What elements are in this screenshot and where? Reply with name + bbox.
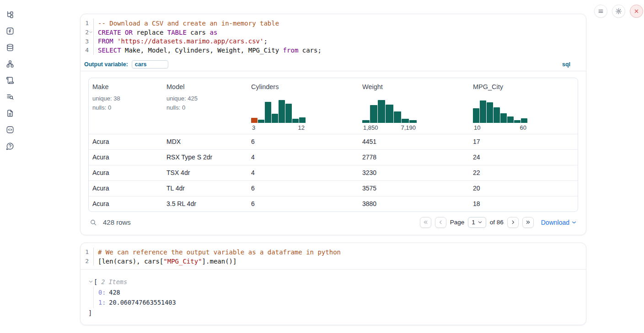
table-footer: 428 rows Page 1 of 86 Download (88, 212, 578, 233)
download-label: Download (541, 219, 569, 226)
chevron-down-icon (571, 220, 577, 225)
code-text: -- Download a CSV and create an in-memor… (98, 20, 279, 27)
column-title: Cylinders (251, 83, 355, 90)
panel-logs[interactable] (6, 93, 14, 101)
output-variable-input[interactable] (132, 60, 168, 69)
panel-datasources[interactable] (6, 43, 14, 52)
cylinders-histogram[interactable]: 312 (251, 99, 355, 131)
code-line: 3FROM 'https://datasets.marimo.app/cars.… (80, 37, 586, 46)
help-circle-icon (6, 142, 14, 150)
code-box-icon (6, 126, 14, 134)
column-header-make[interactable]: Makeunique: 38nulls: 0 (89, 78, 163, 134)
table-header: Makeunique: 38nulls: 0Modelunique: 425nu… (89, 78, 578, 134)
column-header-cylinders[interactable]: Cylinders312 (247, 78, 359, 134)
histogram-bar (279, 100, 285, 123)
column-title: MPG_City (473, 83, 574, 90)
scroll-icon (6, 76, 14, 85)
table-cell: 18 (469, 196, 578, 211)
table-cell: Acura (89, 134, 163, 149)
histogram-bar (487, 102, 493, 123)
table-row[interactable]: AcuraTSX 4dr4323022 (89, 165, 578, 180)
column-header-model[interactable]: Modelunique: 425nulls: 0 (163, 78, 247, 134)
collapse-chevron-icon[interactable] (88, 279, 93, 284)
search-icon[interactable] (90, 219, 97, 226)
download-button[interactable]: Download (541, 219, 577, 226)
code-line: 2CREATE OR replace TABLE cars as (80, 28, 586, 37)
panel-variables[interactable] (6, 27, 14, 35)
panel-snippets[interactable] (6, 126, 14, 134)
histogram-bar (394, 111, 401, 123)
tree-open-bracket: [ (94, 278, 97, 285)
sql-editor[interactable]: 1-- Download a CSV and create an in-memo… (80, 14, 586, 58)
table-cell: 20 (469, 181, 578, 196)
tree-entries: 0:4281:20.060747663551403 (93, 286, 578, 308)
first-page-button[interactable] (420, 217, 431, 228)
function-icon (6, 27, 14, 35)
table-row[interactable]: AcuraRSX Type S 2dr4277824 (89, 149, 578, 165)
table-cell: 3.5 RL 4dr (163, 196, 247, 211)
database-icon (6, 43, 14, 52)
tree-entry: 1:20.060747663551403 (98, 297, 578, 307)
page-total-label: of 86 (490, 219, 504, 226)
weight-histogram[interactable]: 1,8507,190 (362, 99, 466, 131)
code-text: FROM 'https://datasets.marimo.app/cars.c… (98, 37, 268, 45)
file-tree-icon (6, 11, 14, 19)
histogram-bar (370, 105, 377, 123)
code-line: 1# We can reference the output variable … (80, 248, 586, 257)
table-cell: 22 (469, 165, 578, 180)
tree-entry-value: 428 (109, 289, 120, 296)
panel-help[interactable] (6, 142, 14, 150)
histogram-bar (521, 118, 527, 123)
table-cell: 4 (247, 150, 359, 165)
settings-button[interactable] (612, 5, 625, 18)
table-cell: TSX 4dr (163, 165, 247, 180)
code-text: # We can reference the output variable a… (98, 248, 341, 256)
data-table: Makeunique: 38nulls: 0Modelunique: 425nu… (88, 78, 578, 212)
line-number: 3 (85, 38, 89, 45)
histogram-bar (500, 113, 507, 123)
dependency-graph-icon (6, 60, 14, 68)
panel-documentation[interactable] (6, 109, 14, 117)
histogram-bar (265, 102, 271, 123)
histogram-bar (402, 119, 409, 123)
table-cell: RSX Type S 2dr (163, 150, 247, 165)
last-page-button[interactable] (522, 217, 534, 228)
notebook-menu-button[interactable] (594, 5, 607, 18)
histogram-bar (386, 105, 393, 123)
column-header-mpg_city[interactable]: MPG_City1060 (469, 78, 578, 134)
python-cell: 1# We can reference the output variable … (80, 243, 586, 325)
table-cell: 3575 (359, 181, 469, 196)
column-header-weight[interactable]: Weight1,8507,190 (359, 78, 469, 134)
next-page-button[interactable] (507, 217, 519, 228)
histogram-bar (258, 120, 264, 123)
line-number: 4 (85, 47, 89, 53)
python-editor[interactable]: 1# We can reference the output variable … (80, 243, 586, 269)
mpg_city-histogram[interactable]: 1060 (473, 99, 574, 131)
gear-icon (615, 8, 622, 15)
table-cell: 4451 (359, 134, 469, 149)
histogram-axis-labels: 312 (251, 124, 306, 131)
page-label: Page (450, 219, 465, 226)
table-cell: 2778 (359, 150, 469, 165)
histogram-bar (285, 104, 292, 123)
histogram-bar (251, 118, 258, 123)
output-variable-label: Output variable: (84, 61, 128, 68)
line-number: 2 (85, 29, 89, 36)
prev-page-button[interactable] (435, 217, 446, 228)
code-line: 1-- Download a CSV and create an in-memo… (80, 19, 586, 28)
column-stats: unique: 425nulls: 0 (166, 94, 244, 112)
panel-dependencies[interactable] (6, 60, 14, 68)
shutdown-button[interactable] (630, 5, 643, 18)
panel-file-explorer[interactable] (6, 11, 14, 19)
table-cell: MDX (163, 134, 247, 149)
table-row[interactable]: AcuraMDX6445117 (89, 134, 578, 149)
histogram-bar (480, 100, 486, 123)
fold-chevron-icon[interactable] (89, 30, 93, 35)
table-row[interactable]: AcuraTL 4dr6357520 (89, 180, 578, 196)
language-badge: sql (562, 61, 570, 68)
table-row[interactable]: Acura3.5 RL 4dr6388018 (89, 196, 578, 211)
histogram-bar (362, 120, 370, 123)
panel-scratchpad[interactable] (6, 76, 14, 85)
page-select[interactable]: 1 (468, 217, 486, 228)
table-cell: TL 4dr (163, 181, 247, 196)
